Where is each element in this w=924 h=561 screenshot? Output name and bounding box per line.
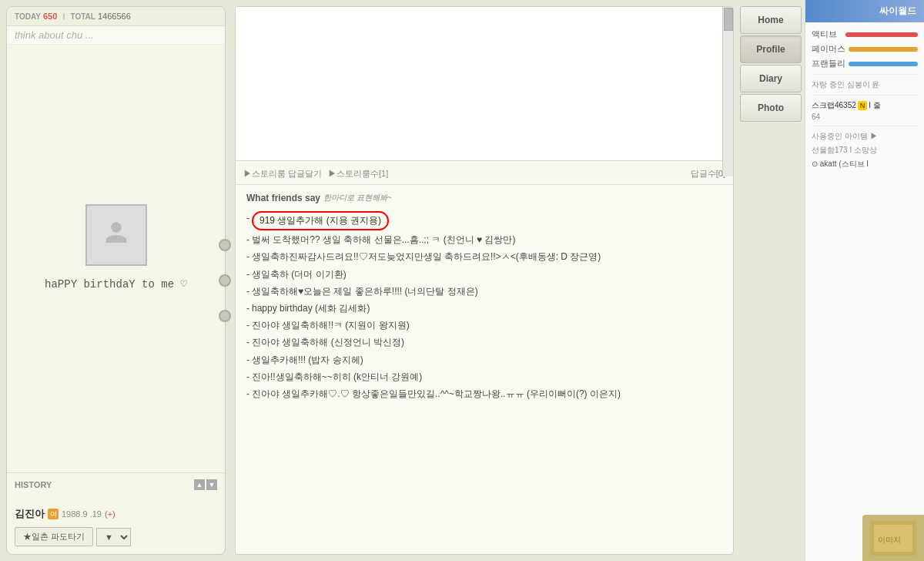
profile-button[interactable]: Profile bbox=[740, 35, 802, 63]
notebook-rings bbox=[219, 239, 231, 322]
story-reply-link[interactable]: ▶스토리룸 답글달기 bbox=[243, 168, 322, 180]
history-next[interactable]: ▼ bbox=[206, 479, 217, 490]
friend-btn-row: ★일촌 파도타기 ▼ bbox=[15, 527, 217, 546]
item-link[interactable]: 사용중인 아이템 ▶ bbox=[812, 132, 878, 140]
story-text-input[interactable] bbox=[236, 7, 733, 161]
friend-status-row: 프랜들리 bbox=[812, 58, 918, 69]
avatar bbox=[85, 204, 147, 266]
svg-text:이미지: 이미지 bbox=[878, 536, 901, 544]
scrap-badge: N bbox=[858, 101, 868, 110]
profile-icon bbox=[101, 220, 132, 250]
main-container: TODAY 650 I TOTAL 1466566 think about ch… bbox=[0, 0, 924, 561]
total-value: 1466566 bbox=[98, 12, 131, 21]
reply-count: 답글수[0] bbox=[691, 168, 725, 180]
history-header: HISTORY ▲ ▼ bbox=[15, 479, 217, 490]
separator: I bbox=[62, 12, 65, 21]
toolbar-left: ▶스토리룸 답글달기 ▶스토리룸수[1] bbox=[243, 168, 388, 180]
friend-dropdown[interactable]: ▼ bbox=[96, 528, 131, 546]
list-item: - 진아야 생일축하해 (신정언니 박신정) bbox=[246, 335, 722, 350]
gift-text: 선물함173 I 소망상 bbox=[812, 145, 877, 156]
diary-button[interactable]: Diary bbox=[740, 65, 802, 92]
history-section: HISTORY ▲ ▼ bbox=[7, 472, 225, 502]
friend-bar bbox=[849, 62, 918, 66]
mascot-text: 자랑 중인 심봉이 윤 bbox=[812, 79, 918, 90]
item-section: 사용중인 아이템 ▶ bbox=[812, 131, 918, 142]
friend-label: 프랜들리 bbox=[812, 58, 845, 69]
bottom-corner-image: 이미지 bbox=[862, 515, 924, 561]
photo-button[interactable]: Photo bbox=[740, 94, 802, 122]
text-area-container bbox=[236, 7, 733, 163]
friends-messages-list: - 919 생일추가해 (지용 권지용) - 벌써 도착했머?? 생일 축하해 … bbox=[246, 211, 722, 401]
list-item: - 919 생일추가해 (지용 권지용) bbox=[246, 211, 722, 230]
user-name-row: 김진아 여 1988.9 .19 (+) bbox=[15, 507, 217, 521]
home-button[interactable]: Home bbox=[740, 6, 802, 34]
active-label: 액티브 bbox=[812, 29, 842, 40]
user-name: 김진아 bbox=[15, 507, 45, 521]
far-right-panel: 싸이월드 액티브 페이머스 프랜들리 자랑 중인 심봉이 윤 스크랩46352 … bbox=[805, 0, 924, 561]
think-about-text: think about chu ... bbox=[7, 26, 225, 45]
divider-2 bbox=[812, 95, 918, 96]
list-item: - 벌써 도착했머?? 생일 축하해 선물은...흠..;; ㅋ (친언니 ♥ … bbox=[246, 233, 722, 247]
corner-svg: 이미지 bbox=[870, 521, 916, 556]
friends-say-header: What friends say 한마디로 표현해봐~ bbox=[246, 193, 722, 203]
far-right-content: 액티브 페이머스 프랜들리 자랑 중인 심봉이 윤 스크랩46352 N I 줄… bbox=[805, 22, 924, 561]
stats-bar: TODAY 650 I TOTAL 1466566 bbox=[7, 7, 225, 26]
famous-bar bbox=[849, 47, 918, 52]
active-status-row: 액티브 bbox=[812, 29, 918, 40]
friends-say-section: What friends say 한마디로 표현해봐~ - 919 생일추가해 … bbox=[236, 185, 733, 554]
user-birthdate: 1988.9 .19 bbox=[62, 509, 102, 519]
history-label: HISTORY bbox=[15, 480, 52, 489]
story-toolbar: ▶스토리룸 답글달기 ▶스토리룸수[1] 답글수[0] bbox=[236, 163, 733, 185]
user-gender-icon: 여 bbox=[48, 509, 59, 519]
user-badge: ⊙ akatt (스티브 I bbox=[812, 159, 918, 170]
ring-2 bbox=[219, 274, 231, 287]
left-sidebar: TODAY 650 I TOTAL 1466566 think about ch… bbox=[6, 6, 226, 555]
famous-status-row: 페이머스 bbox=[812, 43, 918, 55]
scrap-row: 스크랩46352 N I 줄 bbox=[812, 100, 918, 111]
list-item: - happy birthday (세화 김세화) bbox=[246, 301, 722, 316]
history-prev[interactable]: ▲ bbox=[194, 479, 205, 490]
gift-row: 선물함173 I 소망상 bbox=[812, 145, 918, 156]
divider-1 bbox=[812, 74, 918, 75]
friends-say-subtitle: 한마디로 표현해봐~ bbox=[323, 193, 392, 203]
list-item: - 진아!!생일축하해~~히히 (k안티너 강원예) bbox=[246, 370, 722, 385]
right-nav: Home Profile Diary Photo bbox=[740, 6, 802, 555]
user-info: 김진아 여 1988.9 .19 (+) ★일촌 파도타기 ▼ bbox=[7, 502, 225, 554]
profile-area: haPPY birthdaY to me ♡ bbox=[7, 45, 225, 472]
ring-3 bbox=[219, 310, 231, 322]
scrollbar-thumb bbox=[724, 8, 733, 31]
story-count-link[interactable]: ▶스토리룸수[1] bbox=[328, 168, 388, 180]
scrap-num: 64 bbox=[812, 113, 918, 121]
user-badge-text: ⊙ akatt (스티브 I bbox=[812, 159, 869, 170]
center-content: ▶스토리룸 답글달기 ▶스토리룸수[1] 답글수[0] What friends… bbox=[235, 6, 734, 555]
scrap-text: 스크랩46352 bbox=[812, 100, 856, 111]
history-arrows: ▲ ▼ bbox=[194, 479, 217, 490]
scrollbar-track[interactable] bbox=[722, 7, 733, 176]
friend-wave-button[interactable]: ★일촌 파도타기 bbox=[15, 527, 93, 546]
famous-label: 페이머스 bbox=[812, 43, 845, 55]
list-item: - 생일축하진짜감사드려요!!♡저도늦었지만생일 축하드려요!!>ㅅ<(후배동생… bbox=[246, 250, 722, 264]
divider-3 bbox=[812, 126, 918, 126]
today-value: 650 bbox=[43, 12, 57, 21]
friends-say-title: What friends say bbox=[246, 193, 320, 203]
birthday-text: haPPY birthdaY to me ♡ bbox=[45, 277, 187, 291]
list-item: - 생일축하해♥오늘은 제일 좋은하루!!!! (너의단탈 정재은) bbox=[246, 284, 722, 299]
user-plus: (+) bbox=[105, 509, 116, 519]
list-item: - 진아야 생일추카해♡.♡ 항상좋은일들만있길..^^~학교짱나왕..ㅠㅠ (… bbox=[246, 387, 722, 401]
list-item: - 생일추카해!!! (밥자 송지헤) bbox=[246, 353, 722, 368]
highlighted-message: 919 생일추가해 (지용 권지용) bbox=[252, 211, 389, 230]
total-label: TOTAL bbox=[71, 12, 95, 21]
today-label: TODAY bbox=[15, 12, 41, 21]
scrap-sep: I 줄 bbox=[869, 100, 881, 111]
active-bar bbox=[845, 32, 918, 37]
site-header: 싸이월드 bbox=[805, 0, 924, 22]
list-item: - 생일축하 (더머 이기환) bbox=[246, 267, 722, 282]
list-item: - 진아야 생일축하해!!ㅋ (지원이 왕지원) bbox=[246, 318, 722, 333]
ring-1 bbox=[219, 239, 231, 251]
